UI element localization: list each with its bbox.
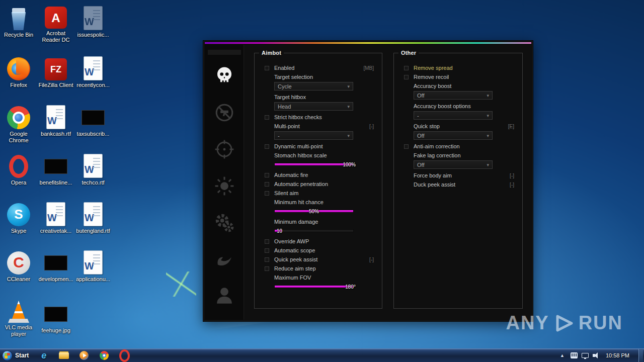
- automatic-penetration-checkbox[interactable]: [265, 182, 269, 187]
- target-selection-dropdown[interactable]: Cycle ▾: [274, 82, 353, 90]
- anyrun-play-logo-icon: [553, 314, 575, 332]
- start-button[interactable]: Start: [0, 349, 34, 362]
- tray-keyboard-icon[interactable]: [571, 352, 578, 358]
- quick-peek-hotkey: [-]: [369, 257, 374, 262]
- dropdown-value: Head: [278, 104, 291, 110]
- strict-hitbox-checkbox[interactable]: [265, 115, 269, 120]
- black-thumbnail-icon: [44, 307, 67, 322]
- automatic-fire-label: Automatic fire: [274, 172, 308, 178]
- accuracy-boost-options-dropdown[interactable]: - ▾: [414, 111, 493, 120]
- desktop-icon-chrome[interactable]: Google Chrome: [0, 103, 37, 144]
- enabled-checkbox[interactable]: [265, 66, 269, 70]
- duck-peek-assist-label: Duck peek assist: [414, 182, 455, 188]
- tab-aimbot[interactable]: [211, 64, 237, 89]
- override-awp-checkbox[interactable]: [265, 239, 269, 244]
- accuracy-boost-dropdown[interactable]: Off ▾: [414, 91, 493, 100]
- min-hit-chance-slider[interactable]: 50%: [274, 208, 354, 214]
- reduce-aim-step-checkbox[interactable]: [265, 266, 269, 271]
- opera-icon: [9, 155, 28, 178]
- remove-recoil-checkbox[interactable]: [404, 75, 409, 79]
- enabled-label: Enabled: [274, 65, 294, 71]
- fake-lag-correction-dropdown[interactable]: Off ▾: [414, 160, 493, 169]
- chevron-down-icon: ▾: [347, 133, 350, 138]
- desktop-icon-acrobat[interactable]: Acrobat Reader DC: [37, 3, 74, 43]
- internet-explorer-taskbar-icon[interactable]: [37, 350, 51, 361]
- target-hitbox-label: Target hitbox: [265, 93, 377, 102]
- dynamic-multipoint-checkbox[interactable]: [265, 144, 269, 149]
- black-thumbnail-icon: [82, 110, 105, 125]
- remove-spread-checkbox[interactable]: [404, 66, 409, 70]
- row-remove-spread: Remove spread: [404, 63, 517, 72]
- min-damage-slider[interactable]: 10: [274, 228, 354, 234]
- other-panel: Other Remove spread Remove recoil Accura…: [393, 53, 523, 309]
- desktop-icon-creativetak[interactable]: creativetak...: [37, 200, 74, 234]
- anti-aim-correction-checkbox[interactable]: [404, 144, 409, 149]
- tab-settings[interactable]: [211, 210, 237, 235]
- dropdown-value: Cycle: [278, 83, 292, 89]
- desktop-icon-label: feehuge.jpg: [41, 327, 70, 334]
- desktop-icon-bankcash[interactable]: bankcash.rtf: [37, 103, 74, 137]
- quick-peek-checkbox[interactable]: [265, 257, 269, 262]
- desktop-icon-skype[interactable]: Skype: [0, 200, 37, 234]
- desktop-icon-butengland[interactable]: butengland.rtf: [74, 200, 112, 234]
- duck-peek-assist-row[interactable]: Duck peek assist [-]: [404, 180, 517, 189]
- automatic-scope-checkbox[interactable]: [265, 248, 269, 253]
- desktop-icon-feehuge[interactable]: feehuge.jpg: [37, 300, 74, 334]
- desktop-icon-label: bankcash.rtf: [41, 131, 71, 137]
- chevron-down-icon: ▾: [347, 104, 350, 109]
- accuracy-boost-options-label: Accuracy boost options: [404, 102, 517, 111]
- desktop-icon-techco[interactable]: techco.rtf: [74, 152, 112, 186]
- filezilla-icon: [45, 58, 67, 80]
- override-awp-label: Override AWP: [274, 238, 309, 244]
- desktop-icon-firefox[interactable]: Firefox: [0, 54, 37, 88]
- desktop-icon-benefitsline[interactable]: benefitsline...: [37, 152, 74, 186]
- desktop-icon-label: Google Chrome: [1, 131, 37, 144]
- desktop-icon-recentlycon[interactable]: recentlycon...: [74, 54, 112, 88]
- desktop-icon-developmen[interactable]: developmen...: [37, 248, 74, 283]
- max-fov-slider[interactable]: 180°: [274, 284, 354, 290]
- show-desktop-button[interactable]: [638, 349, 643, 362]
- chevron-down-icon: ▾: [487, 113, 489, 118]
- desktop-icon-opera[interactable]: Opera: [0, 152, 37, 186]
- firefox-icon: [7, 57, 30, 80]
- silent-aim-checkbox[interactable]: [265, 191, 269, 196]
- tray-network-icon[interactable]: [582, 353, 589, 358]
- desktop-icon-ccleaner[interactable]: CCleaner: [0, 248, 37, 283]
- tray-volume-icon[interactable]: [593, 352, 600, 358]
- tab-profile[interactable]: [211, 283, 237, 308]
- row-reduce-aim-step: Reduce aim step: [265, 264, 377, 273]
- media-player-taskbar-icon[interactable]: [77, 350, 91, 361]
- vlc-icon: [8, 301, 29, 323]
- tab-misc[interactable]: [211, 246, 237, 272]
- multipoint-hotkey: [-]: [369, 124, 374, 129]
- tab-triggerbot[interactable]: [211, 100, 237, 125]
- desktop-icon-issuespolic[interactable]: issuespolic...: [74, 4, 112, 38]
- recycle-bin-icon: [10, 8, 27, 30]
- desktop-icon-taxsubscrib[interactable]: taxsubscrib...: [74, 103, 112, 137]
- stomach-scale-slider[interactable]: 100%: [274, 161, 354, 167]
- taskbar-clock[interactable]: 10:58 PM: [604, 352, 634, 358]
- tab-visuals[interactable]: [211, 173, 237, 199]
- tab-crosshair[interactable]: [211, 137, 237, 162]
- target-hitbox-dropdown[interactable]: Head ▾: [274, 102, 353, 111]
- desktop-icon-recycle-bin[interactable]: Recycle Bin: [0, 4, 37, 38]
- desktop-icon-filezilla[interactable]: FileZilla Client: [37, 54, 74, 88]
- desktop-icon-vlc[interactable]: VLC media player: [0, 297, 37, 337]
- word-document-icon: [84, 202, 103, 226]
- quick-stop-label-row: Quick stop [E]: [404, 122, 517, 131]
- quick-stop-dropdown[interactable]: Off ▾: [414, 131, 493, 140]
- opera-taskbar-icon[interactable]: [117, 350, 131, 361]
- tray-expand-arrow-icon[interactable]: ▲: [558, 352, 567, 359]
- multipoint-dropdown[interactable]: - ▾: [274, 131, 353, 140]
- explorer-folder-taskbar-icon[interactable]: [57, 350, 71, 361]
- automatic-fire-checkbox[interactable]: [265, 173, 269, 177]
- force-body-aim-row[interactable]: Force body aim [-]: [404, 171, 517, 180]
- desktop-icon-applicationu[interactable]: applicationu...: [74, 248, 112, 283]
- stomach-scale-label: Stomach hitbox scale: [265, 151, 377, 160]
- desktop-icon-label: developmen...: [38, 276, 73, 283]
- slider-value: 180°: [345, 284, 356, 290]
- desktop: Recycle Bin Acrobat Reader DC issuespoli…: [0, 0, 644, 362]
- fake-lag-correction-label: Fake lag correction: [404, 151, 517, 160]
- chrome-taskbar-icon[interactable]: [97, 350, 111, 361]
- row-automatic-scope: Automatic scope: [265, 246, 377, 255]
